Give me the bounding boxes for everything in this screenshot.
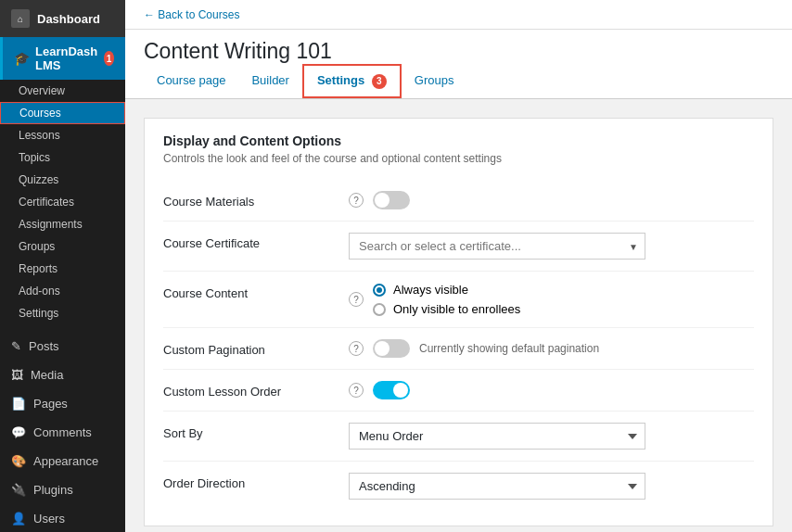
course-content-help-icon[interactable]: ? bbox=[349, 292, 364, 307]
section-description: Controls the look and feel of the course… bbox=[163, 152, 754, 165]
tab-settings[interactable]: Settings 3 bbox=[302, 64, 402, 98]
order-direction-select-wrapper: Ascending Descending bbox=[349, 473, 645, 500]
users-icon: 👤 bbox=[11, 512, 26, 526]
order-direction-control: Ascending Descending bbox=[349, 473, 754, 500]
tab-builder[interactable]: Builder bbox=[238, 64, 301, 98]
course-content-control: ? Always visible Only visible to enrolle… bbox=[349, 283, 754, 316]
custom-lesson-order-toggle[interactable] bbox=[373, 381, 410, 399]
dashboard-label: Dashboard bbox=[37, 12, 100, 26]
only-visible-label: Only visible to enrollees bbox=[393, 302, 520, 316]
course-materials-control: ? bbox=[349, 191, 754, 209]
sidebar-item-settings[interactable]: Settings bbox=[0, 302, 125, 324]
content-area: Display and Content Options Controls the… bbox=[125, 99, 792, 532]
order-direction-label: Order Direction bbox=[163, 473, 349, 490]
custom-lesson-order-help-icon[interactable]: ? bbox=[349, 383, 364, 398]
certificate-search-input[interactable] bbox=[349, 233, 645, 260]
back-to-courses-link[interactable]: Back to Courses bbox=[144, 8, 239, 21]
sidebar-item-plugins[interactable]: 🔌 Plugins bbox=[0, 475, 125, 504]
main-area: Back to Courses Content Writing 101 Cour… bbox=[125, 0, 792, 532]
custom-pagination-label: Custom Pagination bbox=[163, 339, 349, 357]
sidebar-item-courses[interactable]: Courses bbox=[0, 102, 125, 124]
sidebar-item-lessons[interactable]: Lessons bbox=[0, 124, 125, 146]
sidebar-item-topics[interactable]: Topics bbox=[0, 146, 125, 169]
sort-by-row: Sort By Menu Order Title Date bbox=[163, 412, 754, 462]
course-materials-toggle[interactable] bbox=[373, 191, 410, 209]
topbar: Back to Courses bbox=[125, 0, 792, 30]
always-visible-label: Always visible bbox=[393, 283, 468, 297]
appearance-label: Appearance bbox=[33, 454, 98, 468]
course-certificate-row: Course Certificate ▼ bbox=[163, 222, 754, 272]
comments-icon: 💬 bbox=[11, 425, 26, 439]
sidebar-item-quizzes[interactable]: Quizzes bbox=[0, 169, 125, 191]
course-content-label: Course Content bbox=[163, 283, 349, 300]
sidebar-item-posts[interactable]: ✎ Posts bbox=[0, 332, 125, 361]
pages-icon: 📄 bbox=[11, 397, 26, 411]
sidebar-item-groups[interactable]: Groups bbox=[0, 235, 125, 258]
course-materials-label: Course Materials bbox=[163, 191, 349, 209]
page-title: Content Writing 101 bbox=[144, 39, 773, 64]
custom-pagination-row: Custom Pagination ? Currently showing de… bbox=[163, 328, 754, 370]
custom-pagination-text: Currently showing default pagination bbox=[419, 342, 599, 355]
custom-pagination-control: ? Currently showing default pagination bbox=[349, 339, 754, 358]
dashboard-menu-item[interactable]: ⌂ Dashboard bbox=[0, 0, 125, 37]
certificate-search-wrapper: ▼ bbox=[349, 233, 645, 260]
tab-groups[interactable]: Groups bbox=[402, 64, 467, 98]
sidebar-item-certificates[interactable]: Certificates bbox=[0, 191, 125, 213]
sidebar-item-appearance[interactable]: 🎨 Appearance bbox=[0, 447, 125, 475]
pages-label: Pages bbox=[33, 397, 68, 411]
sidebar-item-comments[interactable]: 💬 Comments bbox=[0, 418, 125, 447]
order-direction-row: Order Direction Ascending Descending bbox=[163, 462, 754, 511]
sidebar-item-reports[interactable]: Reports bbox=[0, 258, 125, 280]
users-label: Users bbox=[33, 512, 65, 526]
display-content-section: Display and Content Options Controls the… bbox=[144, 118, 773, 526]
plugins-label: Plugins bbox=[33, 483, 73, 497]
only-visible-option[interactable]: Only visible to enrollees bbox=[373, 302, 520, 316]
learndash-menu-item[interactable]: 🎓 LearnDash LMS 1 bbox=[0, 37, 125, 80]
course-content-row: Course Content ? Always visible Only vis… bbox=[163, 272, 754, 328]
sidebar-item-overview[interactable]: Overview bbox=[0, 80, 125, 102]
order-direction-select[interactable]: Ascending Descending bbox=[349, 473, 645, 500]
custom-pagination-help-icon[interactable]: ? bbox=[349, 341, 364, 356]
always-visible-option[interactable]: Always visible bbox=[373, 283, 520, 297]
learndash-icon: 🎓 bbox=[14, 51, 30, 66]
media-label: Media bbox=[31, 368, 63, 382]
course-materials-help-icon[interactable]: ? bbox=[349, 193, 364, 208]
custom-lesson-order-control: ? bbox=[349, 381, 754, 399]
course-certificate-control: ▼ bbox=[349, 233, 754, 260]
sort-by-label: Sort By bbox=[163, 423, 349, 440]
sort-by-control: Menu Order Title Date bbox=[349, 423, 754, 450]
settings-badge: 3 bbox=[372, 74, 387, 89]
sort-by-select-wrapper: Menu Order Title Date bbox=[349, 423, 645, 450]
sort-by-select[interactable]: Menu Order Title Date bbox=[349, 423, 645, 450]
course-certificate-label: Course Certificate bbox=[163, 233, 349, 250]
posts-label: Posts bbox=[29, 339, 59, 353]
custom-lesson-order-row: Custom Lesson Order ? bbox=[163, 370, 754, 412]
page-title-area: Content Writing 101 bbox=[125, 30, 792, 64]
custom-pagination-toggle[interactable] bbox=[373, 339, 410, 358]
sidebar-sub-items: Overview Courses Lessons Topics Quizzes … bbox=[0, 80, 125, 324]
appearance-icon: 🎨 bbox=[11, 454, 26, 468]
media-icon: 🖼 bbox=[11, 368, 23, 382]
posts-icon: ✎ bbox=[11, 339, 21, 353]
tab-course-page[interactable]: Course page bbox=[144, 64, 238, 98]
plugins-icon: 🔌 bbox=[11, 483, 26, 497]
learndash-badge: 1 bbox=[104, 51, 114, 66]
sidebar-item-assignments[interactable]: Assignments bbox=[0, 213, 125, 235]
sidebar-item-pages[interactable]: 📄 Pages bbox=[0, 389, 125, 418]
sidebar: ⌂ Dashboard 🎓 LearnDash LMS 1 Overview C… bbox=[0, 0, 125, 532]
always-visible-radio[interactable] bbox=[373, 284, 386, 297]
section-title: Display and Content Options bbox=[163, 133, 754, 148]
only-visible-radio[interactable] bbox=[373, 303, 386, 316]
course-content-radio-group: Always visible Only visible to enrollees bbox=[373, 283, 520, 316]
learndash-label: LearnDash LMS bbox=[35, 44, 98, 72]
sidebar-item-addons[interactable]: Add-ons bbox=[0, 280, 125, 302]
dashboard-icon: ⌂ bbox=[11, 9, 30, 28]
custom-lesson-order-label: Custom Lesson Order bbox=[163, 381, 349, 399]
course-materials-row: Course Materials ? bbox=[163, 180, 754, 222]
sidebar-item-users[interactable]: 👤 Users bbox=[0, 504, 125, 532]
comments-label: Comments bbox=[33, 425, 92, 439]
tabs-bar: Course page Builder Settings 3 Groups bbox=[125, 64, 792, 99]
sidebar-item-media[interactable]: 🖼 Media bbox=[0, 361, 125, 389]
